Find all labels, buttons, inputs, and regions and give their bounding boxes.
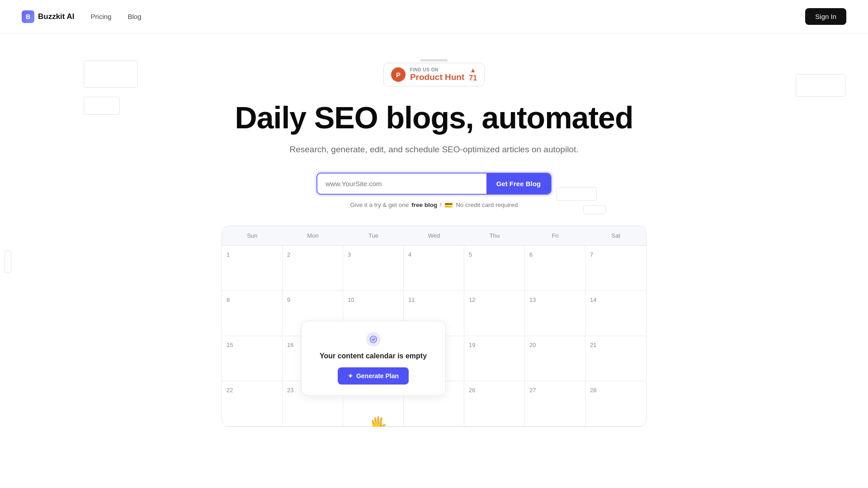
cal-cell-28: 28	[585, 381, 646, 427]
logo-text: Buzzkit AI	[38, 12, 75, 21]
cal-cell-13: 13	[525, 291, 585, 336]
cta-bar: Get Free Blog	[316, 173, 552, 195]
deco-rect-2	[84, 97, 120, 115]
ph-logo-icon: P	[391, 67, 406, 82]
day-sat: Sat	[585, 226, 646, 245]
hero-subheading: Research, generate, edit, and schedule S…	[290, 145, 579, 155]
cal-cell-14: 14	[585, 291, 646, 336]
cal-cell-15: 15	[222, 336, 283, 381]
sign-in-button[interactable]: Sign In	[805, 8, 846, 25]
cta-note: Give it a try & get one free blog ! 💳 No…	[350, 201, 518, 209]
blog-link[interactable]: Blog	[127, 13, 141, 20]
no-cc-text: No credit card required	[456, 202, 518, 208]
ph-score-group: ▲ 71	[469, 67, 477, 82]
ph-name-text: Product Hunt	[410, 72, 464, 82]
ph-text-group: FIND US ON Product Hunt	[410, 67, 464, 82]
svg-point-0	[370, 336, 377, 343]
ph-arrow-icon: ▲	[470, 67, 476, 73]
calendar-header: Sun Mon Tue Wed Thu Fri Sat	[222, 226, 646, 246]
cal-cell-7: 7	[585, 246, 646, 291]
day-wed: Wed	[404, 226, 464, 245]
cal-cell-5: 5	[464, 246, 525, 291]
empty-state-title: Your content calendar is empty	[318, 352, 429, 360]
deco-rect-5	[796, 74, 845, 97]
hero-section: P FIND US ON Product Hunt ▲ 71 Daily SEO…	[0, 33, 868, 445]
cal-cell-3: 3	[343, 246, 404, 291]
deco-rect-4	[583, 205, 606, 214]
day-mon: Mon	[283, 226, 343, 245]
deco-rect-3	[556, 187, 597, 201]
note-suffix: !	[440, 202, 442, 208]
navbar: B Buzzkit AI Pricing Blog Sign In	[0, 0, 868, 33]
cal-cell-17: 17 Your content calendar is empty ✦	[343, 336, 404, 381]
deco-rect-6	[5, 250, 11, 273]
cal-cell-12: 12	[464, 291, 525, 336]
cal-cell-19: 19	[464, 336, 525, 381]
nav-left: B Buzzkit AI Pricing Blog	[22, 10, 141, 23]
cal-cell-8: 8	[222, 291, 283, 336]
day-thu: Thu	[464, 226, 525, 245]
calendar-grid: 1 2 3 4 5 6 7 8 9 10 11 12 13 14 15 16 1…	[222, 246, 646, 427]
ph-find-us-text: FIND US ON	[410, 67, 464, 72]
url-input[interactable]	[317, 174, 486, 194]
product-hunt-badge[interactable]: P FIND US ON Product Hunt ▲ 71	[383, 63, 485, 86]
empty-state-icon	[366, 332, 381, 347]
hero-heading: Daily SEO blogs, automated	[235, 101, 633, 135]
deco-rect-1	[84, 61, 138, 88]
credit-card-icon: 💳	[444, 201, 453, 209]
ph-score-number: 71	[469, 74, 477, 82]
pricing-link[interactable]: Pricing	[91, 13, 112, 20]
logo-icon: B	[22, 10, 34, 23]
day-tue: Tue	[343, 226, 404, 245]
note-bold: free blog	[411, 202, 437, 208]
empty-state-card: Your content calendar is empty ✦ Generat…	[301, 321, 446, 396]
calendar-check-icon	[369, 335, 377, 343]
cal-cell-20: 20	[525, 336, 585, 381]
get-free-blog-button[interactable]: Get Free Blog	[486, 174, 551, 194]
cal-cell-21: 21	[585, 336, 646, 381]
generate-plan-button[interactable]: ✦ Generate Plan	[338, 367, 409, 385]
cal-cell-6: 6	[525, 246, 585, 291]
cal-cell-4: 4	[404, 246, 464, 291]
cal-cell-27: 27	[525, 381, 585, 427]
cal-cell-26: 26	[464, 381, 525, 427]
note-prefix: Give it a try & get one	[350, 202, 409, 208]
cal-cell-22: 22	[222, 381, 283, 427]
cal-cell-2: 2	[283, 246, 343, 291]
day-sun: Sun	[222, 226, 283, 245]
logo[interactable]: B Buzzkit AI	[22, 10, 75, 23]
spark-icon: ✦	[348, 372, 353, 380]
calendar-inner: Sun Mon Tue Wed Thu Fri Sat 1 2 3 4 5 6 …	[222, 226, 646, 427]
day-fri: Fri	[525, 226, 585, 245]
scroll-hint	[420, 59, 448, 61]
calendar-mockup: Sun Mon Tue Wed Thu Fri Sat 1 2 3 4 5 6 …	[222, 225, 646, 427]
cal-cell-1: 1	[222, 246, 283, 291]
generate-btn-label: Generate Plan	[356, 372, 399, 380]
cta-container: Get Free Blog Give it a try & get one fr…	[316, 173, 552, 209]
